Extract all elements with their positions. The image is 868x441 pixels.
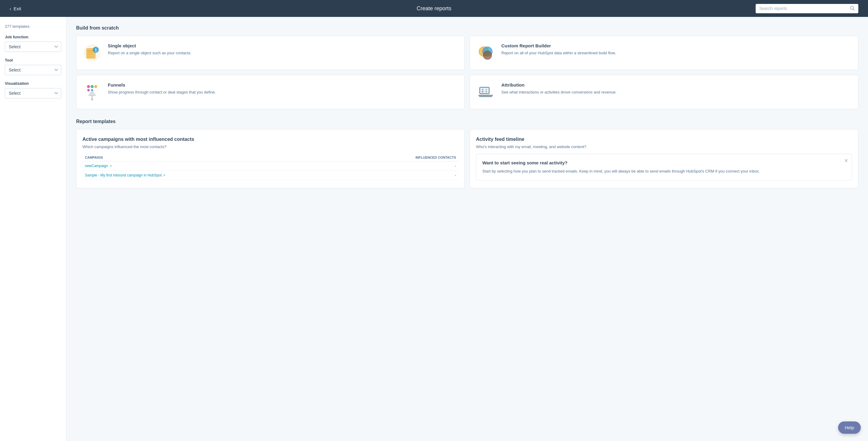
attribution-content: Attribution See what interactions or act…: [501, 82, 617, 95]
external-link-icon-2: ↗: [163, 174, 165, 177]
funnels-title: Funnels: [108, 82, 216, 88]
active-campaigns-subtitle: Which campaigns influenced the most cont…: [83, 144, 459, 149]
custom-report-icon: [476, 43, 495, 62]
visualization-label: Visualization: [5, 81, 61, 86]
svg-rect-5: [88, 52, 93, 53]
build-from-scratch-section: Build from scratch 1: [76, 25, 858, 109]
search-input[interactable]: [759, 6, 847, 11]
table-row: Sample - My first inbound campaign in Hu…: [83, 171, 459, 180]
tool-filter: Tool Select: [5, 58, 61, 75]
campaign-name-1: newCampaign: [85, 164, 108, 168]
custom-report-title: Custom Report Builder: [501, 43, 616, 48]
chevron-left-icon: ‹: [10, 6, 11, 11]
custom-report-content: Custom Report Builder Report on all of y…: [501, 43, 616, 56]
svg-point-19: [91, 99, 93, 100]
app-header: ‹ Exit Create reports: [0, 0, 868, 17]
search-bar: [756, 4, 858, 13]
exit-label: Exit: [13, 6, 21, 11]
funnels-content: Funnels Show progress through contact or…: [108, 82, 216, 95]
overlay-close-button[interactable]: ✕: [844, 158, 848, 164]
campaign-link-1[interactable]: newCampaign ↗: [85, 164, 325, 168]
attribution-description: See what interactions or activities drov…: [501, 89, 617, 95]
templates-section-title: Report templates: [76, 119, 858, 124]
campaign-name-2: Sample - My first inbound campaign in Hu…: [85, 173, 162, 177]
template-count: 277 templates: [5, 24, 61, 29]
report-templates-section: Report templates Active campaigns with m…: [76, 119, 858, 188]
attribution-icon: [476, 82, 495, 102]
svg-point-25: [486, 91, 487, 93]
funnels-description: Show progress through contact or deal st…: [108, 89, 216, 95]
active-campaigns-title: Active campaigns with most influenced co…: [83, 137, 459, 142]
svg-point-17: [91, 89, 93, 91]
svg-point-12: [483, 51, 492, 60]
activity-feed-card[interactable]: Activity feed timeline Who's interacting…: [470, 129, 858, 188]
attribution-card[interactable]: Attribution See what interactions or act…: [470, 75, 858, 109]
campaigns-col1-header: CAMPAIGN: [83, 154, 328, 161]
visualization-filter: Visualization Select: [5, 81, 61, 98]
funnels-card[interactable]: Funnels Show progress through contact or…: [76, 75, 465, 109]
campaign-value-1: -: [328, 161, 459, 171]
help-button[interactable]: Help: [838, 421, 861, 434]
active-campaigns-card[interactable]: Active campaigns with most influenced co…: [76, 129, 465, 188]
main-content: Build from scratch 1: [66, 17, 868, 441]
overlay-heading: Want to start seeing some real activity?: [482, 160, 846, 165]
svg-point-15: [94, 85, 97, 88]
funnels-icon: [83, 82, 102, 102]
svg-rect-7: [88, 56, 92, 57]
build-section-title: Build from scratch: [76, 25, 858, 31]
svg-point-24: [486, 89, 487, 91]
svg-rect-21: [480, 88, 489, 93]
activity-overlay: ✕ Want to start seeing some real activit…: [476, 154, 852, 181]
campaign-link-2[interactable]: Sample - My first inbound campaign in Hu…: [85, 173, 325, 177]
visualization-select[interactable]: Select: [5, 88, 61, 98]
single-object-icon: 1: [83, 43, 102, 62]
svg-point-13: [87, 85, 90, 88]
job-function-label: Job function: [5, 35, 61, 39]
svg-rect-6: [88, 54, 93, 55]
attribution-title: Attribution: [501, 82, 617, 88]
campaigns-table: CAMPAIGN INFLUENCED CONTACTS newCampaign…: [83, 154, 459, 180]
svg-point-22: [482, 89, 484, 91]
main-layout: 277 templates Job function Select Tool S…: [0, 17, 868, 441]
overlay-body: Start by selecting how you plan to send …: [482, 168, 846, 174]
tool-select[interactable]: Select: [5, 65, 61, 75]
single-object-content: Single object Report on a single object …: [108, 43, 191, 56]
page-title: Create reports: [416, 5, 451, 12]
campaigns-col2-header: INFLUENCED CONTACTS: [328, 154, 459, 161]
single-object-description: Report on a single object such as your c…: [108, 50, 191, 56]
activity-feed-title: Activity feed timeline: [476, 137, 852, 142]
svg-line-1: [853, 9, 855, 10]
single-object-title: Single object: [108, 43, 191, 48]
svg-point-16: [87, 89, 90, 91]
search-icon: [850, 6, 855, 11]
activity-feed-subtitle: Who's interacting with my email, meeting…: [476, 144, 852, 149]
job-function-filter: Job function Select: [5, 35, 61, 52]
svg-point-23: [482, 91, 484, 93]
job-function-select[interactable]: Select: [5, 42, 61, 52]
table-row: newCampaign ↗ -: [83, 161, 459, 171]
svg-point-14: [91, 85, 94, 88]
campaign-value-2: -: [328, 171, 459, 180]
single-object-card[interactable]: 1 Single object Report on a single objec…: [76, 36, 465, 70]
tool-label: Tool: [5, 58, 61, 62]
external-link-icon-1: ↗: [109, 164, 112, 168]
custom-report-description: Report on all of your HubSpot data withi…: [501, 50, 616, 56]
build-cards-grid: 1 Single object Report on a single objec…: [76, 36, 858, 109]
svg-text:1: 1: [95, 48, 97, 52]
templates-grid: Active campaigns with most influenced co…: [76, 129, 858, 188]
custom-report-card[interactable]: Custom Report Builder Report on all of y…: [470, 36, 858, 70]
exit-button[interactable]: ‹ Exit: [10, 6, 21, 11]
sidebar: 277 templates Job function Select Tool S…: [0, 17, 66, 441]
